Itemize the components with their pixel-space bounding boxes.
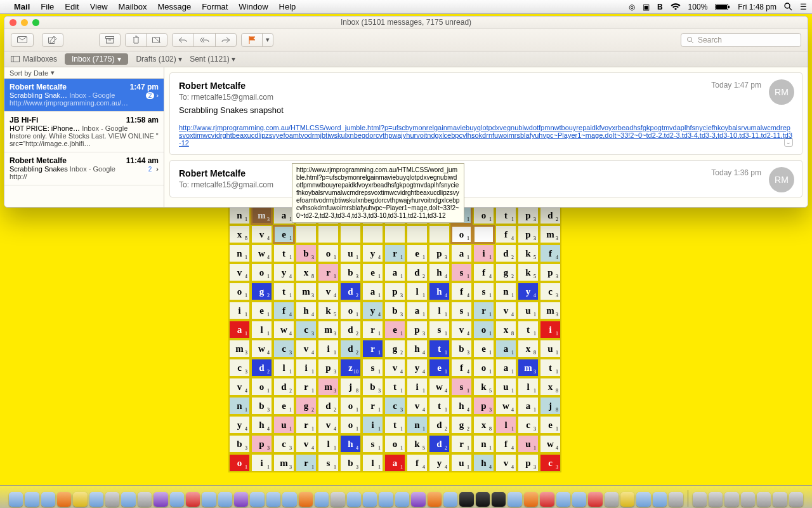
board-cell[interactable]: d2 <box>339 320 362 339</box>
board-cell[interactable]: v4 <box>317 415 339 434</box>
board-cell[interactable] <box>362 225 384 244</box>
dock-app-icon[interactable] <box>234 492 248 507</box>
dock-app-icon[interactable] <box>73 492 87 507</box>
board-cell[interactable]: a1 <box>384 453 406 472</box>
menu-help[interactable]: Help <box>279 2 296 11</box>
board-cell[interactable]: b3 <box>384 301 406 320</box>
board-cell[interactable]: h4 <box>251 415 273 434</box>
board-cell[interactable]: t1 <box>539 358 561 377</box>
dock-app-icon[interactable] <box>170 492 184 507</box>
board-cell[interactable]: f4 <box>450 358 473 377</box>
dock-app-icon[interactable] <box>379 492 393 507</box>
board-cell[interactable]: u1 <box>339 244 362 263</box>
board-cell[interactable]: x8 <box>295 263 317 282</box>
board-cell[interactable]: e1 <box>428 358 450 377</box>
board-cell[interactable]: n1 <box>406 415 428 434</box>
board-cell[interactable]: m3 <box>228 339 251 358</box>
board-cell[interactable]: o1 <box>450 225 473 244</box>
board-cell[interactable]: m3 <box>251 206 273 225</box>
board-cell[interactable]: d2 <box>339 339 362 358</box>
board-cell[interactable] <box>295 225 317 244</box>
forward-button[interactable] <box>215 33 237 47</box>
board-cell[interactable]: j8 <box>339 377 362 396</box>
board-cell[interactable]: x8 <box>228 225 251 244</box>
board-cell[interactable]: v4 <box>228 263 251 282</box>
dock-app-icon[interactable] <box>556 492 570 507</box>
expand-button[interactable]: ⌄ <box>784 138 793 147</box>
dock-app-icon[interactable] <box>588 492 602 507</box>
board-cell[interactable]: l1 <box>251 320 273 339</box>
board-cell[interactable]: u1 <box>539 339 561 358</box>
board-cell[interactable]: m3 <box>317 320 339 339</box>
board-cell[interactable]: a1 <box>228 320 251 339</box>
board-cell[interactable]: k5 <box>517 244 539 263</box>
wifi-icon[interactable] <box>671 3 681 11</box>
board-cell[interactable]: f4 <box>495 434 517 453</box>
board-cell[interactable]: s1 <box>317 453 339 472</box>
board-cell[interactable]: o1 <box>317 244 339 263</box>
minimize-button[interactable] <box>21 19 28 26</box>
board-cell[interactable]: s1 <box>362 358 384 377</box>
board-cell[interactable]: r1 <box>362 320 384 339</box>
board-cell[interactable]: l1 <box>517 377 539 396</box>
board-cell[interactable]: i1 <box>539 320 561 339</box>
dock-app-icon[interactable] <box>154 492 167 507</box>
board-cell[interactable]: k5 <box>517 263 539 282</box>
board-cell[interactable]: o1 <box>251 377 273 396</box>
dock-app-icon[interactable] <box>9 492 23 507</box>
board-cell[interactable]: i1 <box>362 415 384 434</box>
board-cell[interactable]: c3 <box>295 320 317 339</box>
board-cell[interactable]: h4 <box>450 396 473 415</box>
board-cell[interactable]: l1 <box>428 301 450 320</box>
board-cell[interactable]: s1 <box>362 434 384 453</box>
dock-app-icon[interactable] <box>121 492 135 507</box>
board-cell[interactable]: h4 <box>473 453 495 472</box>
board-cell[interactable]: c3 <box>228 358 251 377</box>
board-cell[interactable]: n1 <box>228 396 251 415</box>
menu-file[interactable]: File <box>41 2 54 11</box>
dock-app-icon[interactable] <box>299 492 313 507</box>
board-cell[interactable]: u1 <box>273 415 295 434</box>
board-cell[interactable]: m3 <box>273 453 295 472</box>
board-cell[interactable]: k5 <box>473 377 495 396</box>
board-cell[interactable]: b3 <box>295 244 317 263</box>
board-cell[interactable]: k5 <box>317 301 339 320</box>
board-cell[interactable]: s1 <box>473 282 495 301</box>
board-cell[interactable]: l1 <box>273 358 295 377</box>
board-cell[interactable]: p3 <box>517 206 539 225</box>
board-cell[interactable]: y4 <box>406 358 428 377</box>
dock-app-icon[interactable] <box>105 492 119 507</box>
delete-button[interactable] <box>125 33 147 47</box>
board-cell[interactable]: h4 <box>406 339 428 358</box>
board-cell[interactable] <box>473 225 495 244</box>
board-cell[interactable]: o1 <box>473 320 495 339</box>
board-cell[interactable]: y4 <box>228 415 251 434</box>
board-cell[interactable]: d2 <box>251 358 273 377</box>
board-cell[interactable]: y4 <box>362 244 384 263</box>
board-cell[interactable]: b3 <box>339 453 362 472</box>
board-cell[interactable]: e1 <box>473 339 495 358</box>
board-cell[interactable]: w4 <box>495 396 517 415</box>
board-cell[interactable]: x8 <box>517 339 539 358</box>
dock-app-icon[interactable] <box>266 492 280 507</box>
board-cell[interactable]: r1 <box>295 377 317 396</box>
dock-app-icon[interactable] <box>282 492 296 507</box>
board-cell[interactable]: f4 <box>473 263 495 282</box>
board-cell[interactable]: r1 <box>295 415 317 434</box>
board-cell[interactable]: e1 <box>406 244 428 263</box>
board-cell[interactable]: p3 <box>539 263 561 282</box>
message-body-link[interactable]: http://www.rjmprogramming.com.au/HTMLCSS… <box>179 124 793 147</box>
board-cell[interactable]: i1 <box>406 377 428 396</box>
board-cell[interactable]: i1 <box>295 358 317 377</box>
board-cell[interactable]: o1 <box>473 206 495 225</box>
dock-app-icon[interactable] <box>428 492 442 507</box>
reply-button[interactable] <box>172 33 193 47</box>
board-cell[interactable]: n1 <box>228 206 251 225</box>
board-cell[interactable]: d2 <box>428 415 450 434</box>
dock-app-icon[interactable] <box>218 492 232 507</box>
board-cell[interactable]: t1 <box>273 282 295 301</box>
board-cell[interactable]: s1 <box>450 377 473 396</box>
board-cell[interactable]: x8 <box>539 377 561 396</box>
board-cell[interactable]: r1 <box>317 263 339 282</box>
menu-edit[interactable]: Edit <box>65 2 79 11</box>
